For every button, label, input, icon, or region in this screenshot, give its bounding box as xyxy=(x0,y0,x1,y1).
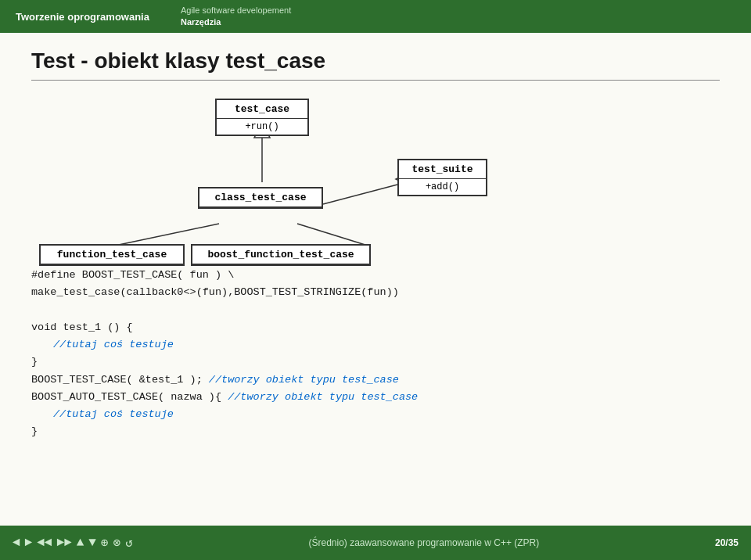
code-line4: void test_1 () { xyxy=(31,319,720,336)
uml-box-boost-function-test-case: boost_function_test_case xyxy=(191,244,371,266)
footer-text: (Średnio) zaawansowane programowanie w C… xyxy=(308,537,539,548)
uml-test-suite-name: test_suite xyxy=(399,160,486,179)
nav-up-icon[interactable]: ▲ xyxy=(77,536,84,550)
code-line1: #define BOOST_TEST_CASE( fun ) \ xyxy=(31,267,720,284)
code-line7: BOOST_TEST_CASE( &test_1 ); //tworzy obi… xyxy=(31,372,720,389)
nav-prev-icon[interactable]: ◄ xyxy=(13,536,20,550)
uml-function-test-case-name: function_test_case xyxy=(41,246,183,264)
nav-down-icon[interactable]: ▼ xyxy=(88,536,96,550)
code-line2: make_test_case(callback0<>(fun),BOOST_TE… xyxy=(31,284,720,301)
slide-content: Test - obiekt klasy test_case xyxy=(0,33,751,526)
code-line6: } xyxy=(31,354,720,371)
nav-zoom-icon[interactable]: ⊕ xyxy=(101,535,109,551)
uml-box-function-test-case: function_test_case xyxy=(39,244,185,266)
code-block: #define BOOST_TEST_CASE( fun ) \ make_te… xyxy=(31,267,720,441)
nav-right-line1: Agile software developement xyxy=(181,5,291,16)
nav-prev2-icon[interactable]: ◄◄ xyxy=(37,536,52,550)
uml-boost-function-test-case-name: boost_function_test_case xyxy=(192,246,369,264)
nav-right-line2: Narzędzia xyxy=(181,16,291,28)
nav-next-icon[interactable]: ► xyxy=(25,536,33,550)
topbar: Tworzenie oprogramowania Agile software … xyxy=(0,0,751,33)
uml-box-test-suite: test_suite +add() xyxy=(397,159,487,196)
nav-left-label: Tworzenie oprogramowania xyxy=(16,11,149,23)
code-line10: } xyxy=(31,423,720,440)
uml-test-case-name: test_case xyxy=(217,100,307,119)
footer-page: 20/35 xyxy=(715,537,738,548)
svg-line-5 xyxy=(297,224,368,246)
uml-box-class-test-case: class_test_case xyxy=(198,187,323,209)
uml-arrows xyxy=(31,95,720,259)
footer-nav-icons[interactable]: ◄ ► ◄◄ ►► ▲ ▼ ⊕ ⊗ ↺ xyxy=(13,535,133,551)
nav-refresh-icon[interactable]: ↺ xyxy=(125,535,133,551)
code-line9-comment: //tutaj coś testuje xyxy=(53,406,720,423)
nav-search-icon[interactable]: ⊗ xyxy=(113,535,120,551)
code-line3 xyxy=(31,302,720,319)
nav-next2-icon[interactable]: ►► xyxy=(56,536,71,550)
uml-diagram: test_case +run() class_test_case test_su… xyxy=(31,95,720,259)
svg-line-2 xyxy=(323,185,397,204)
uml-test-case-method: +run() xyxy=(217,119,307,135)
uml-test-suite-method: +add() xyxy=(399,179,486,195)
uml-box-test-case: test_case +run() xyxy=(215,99,309,136)
footer: ◄ ► ◄◄ ►► ▲ ▼ ⊕ ⊗ ↺ (Średnio) zaawansowa… xyxy=(0,526,751,560)
uml-class-test-case-name: class_test_case xyxy=(199,188,322,207)
svg-line-4 xyxy=(115,224,219,246)
slide-title: Test - obiekt klasy test_case xyxy=(31,48,720,81)
code-line8: BOOST_AUTO_TEST_CASE( nazwa ){ //tworzy … xyxy=(31,389,720,406)
nav-right: Agile software developement Narzędzia xyxy=(181,5,291,29)
code-line5-comment: //tutaj coś testuje xyxy=(53,336,720,354)
